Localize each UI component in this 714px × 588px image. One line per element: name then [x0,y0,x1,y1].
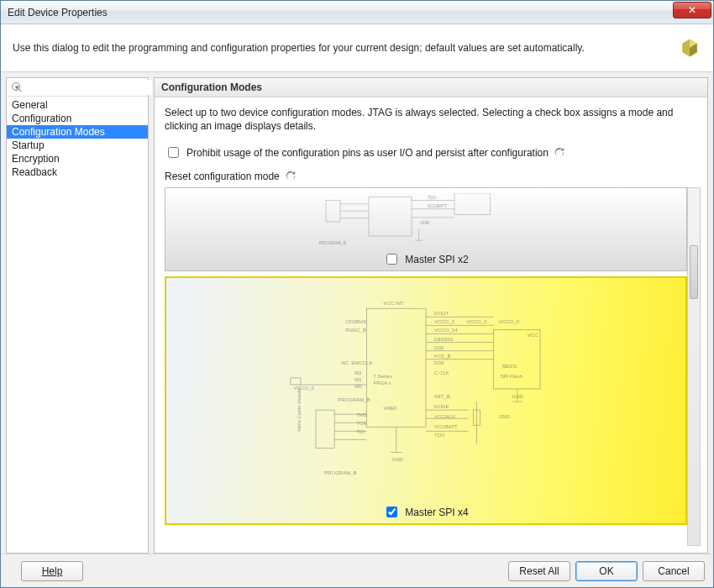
svg-text:INIT_B: INIT_B [434,394,450,399]
svg-text:D03: D03 [434,360,444,365]
prohibit-label: Prohibit usage of the configuration pins… [186,147,549,159]
svg-text:TDI: TDI [356,430,365,435]
window-title: Edit Device Properties [8,7,673,18]
svg-text:7 Series: 7 Series [374,374,392,379]
svg-text:VREF: VREF [384,407,397,412]
svg-rect-20 [316,411,334,449]
svg-text:M1: M1 [354,377,362,382]
mode-label: Master SPI x4 [405,507,468,518]
svg-text:PROGRAM_B: PROGRAM_B [324,470,357,475]
sidebar-item-configuration[interactable]: Configuration [7,112,148,125]
svg-text:M2: M2 [354,370,362,375]
svg-text:EMCCLK: EMCCLK [351,360,372,365]
mode-checkbox-master-spi-x4[interactable] [386,507,397,517]
cancel-button[interactable]: Cancel [643,561,705,581]
sidebar-item-encryption[interactable]: Encryption [7,152,148,165]
svg-text:NC: NC [341,360,349,365]
svg-text:FCS_B: FCS_B [434,354,450,359]
svg-text:DONE: DONE [434,405,449,410]
mode-checkbox-master-spi-x2[interactable] [386,254,397,265]
mode-card-master-spi-x4[interactable]: VCC INT DOUT CFGBVS VCCO_0VCCO_0VCCO_0 P… [165,276,687,525]
svg-text:TCK: TCK [356,422,366,427]
svg-text:PROGRAM_B: PROGRAM_B [338,397,370,402]
scrollbar[interactable] [687,187,701,546]
svg-text:TDO: TDO [428,195,437,200]
sidebar-item-readback[interactable]: Readback [7,165,148,179]
refresh-icon[interactable] [554,147,565,159]
sidebar: ▾ General Configuration Configuration Mo… [6,77,149,554]
sidebar-item-general[interactable]: General [7,98,148,112]
mode-list: GND PROGRAM_B TDO VCCBATT Master SPI x2 [165,187,701,546]
svg-text:GND: GND [512,394,524,399]
reset-all-button[interactable]: Reset All [508,561,570,581]
sidebar-item-configuration-modes[interactable]: Configuration Modes [7,125,148,139]
svg-rect-19 [494,330,540,390]
refresh-icon[interactable] [285,171,297,182]
dialog-window: Edit Device Properties ✕ Use this dialog… [0,0,714,588]
reset-mode-label: Reset configuration mode [165,171,280,182]
dialog-body: ▾ General Configuration Configuration Mo… [1,72,713,554]
prohibit-row: Prohibit usage of the configuration pins… [155,138,707,171]
svg-text:VCCBATT: VCCBATT [428,203,447,208]
svg-text:RES'D: RES'D [502,364,518,369]
svg-text:VCCBATT: VCCBATT [434,425,458,430]
dialog-footer: Help Reset All OK Cancel [1,554,713,587]
svg-text:DIN/D01: DIN/D01 [434,337,454,342]
schematic-image: VCC INT DOUT CFGBVS VCCO_0VCCO_0VCCO_0 P… [171,283,680,503]
svg-rect-4 [326,201,340,223]
svg-text:D02: D02 [434,345,444,350]
scrollbar-thumb[interactable] [690,245,698,299]
svg-text:GND: GND [392,457,404,462]
info-bar: Use this dialog to edit the programming … [1,24,713,72]
help-button[interactable]: Help [21,561,83,581]
svg-rect-41 [291,378,301,385]
svg-text:VCCAUX: VCCAUX [434,415,455,420]
ok-button[interactable]: OK [575,561,638,581]
mode-label: Master SPI x2 [405,254,468,265]
svg-text:VCCO_14: VCCO_14 [434,328,458,333]
panel-title: Configuration Modes [155,78,707,97]
svg-rect-3 [369,197,412,237]
svg-text:CFGBVS: CFGBVS [345,320,366,325]
svg-text:VCCO_0: VCCO_0 [466,320,487,325]
mode-card-master-spi-x2[interactable]: GND PROGRAM_B TDO VCCBATT Master SPI x2 [165,187,687,271]
info-text: Use this dialog to edit the programming … [13,42,678,54]
panel-description: Select up to two device configuration mo… [155,97,707,138]
svg-text:TDO: TDO [434,433,445,438]
svg-text:SPI Flash: SPI Flash [501,374,522,379]
sidebar-nav: General Configuration Configuration Mode… [7,97,148,181]
titlebar[interactable]: Edit Device Properties ✕ [1,1,713,24]
sidebar-item-startup[interactable]: Startup [7,139,148,152]
svg-text:DOUT: DOUT [434,312,449,317]
svg-text:Xilinx Cable Header: Xilinx Cable Header [297,387,302,432]
svg-text:GND: GND [499,415,511,420]
svg-text:C CLK: C CLK [434,370,449,375]
mode-caption: Master SPI x2 [165,251,686,267]
svg-text:PROGRAM_B: PROGRAM_B [319,241,347,246]
svg-rect-13 [454,193,491,215]
main-panel: Configuration Modes Select up to two dev… [154,77,708,554]
svg-text:M0: M0 [354,384,362,389]
prohibit-checkbox[interactable] [168,147,179,158]
sidebar-search[interactable]: ▾ [7,78,148,97]
svg-text:VCCO_0: VCCO_0 [434,320,455,325]
svg-text:VCCO_0: VCCO_0 [499,320,520,325]
svg-text:VCC INT: VCC INT [384,302,404,307]
svg-text:GND: GND [420,221,430,226]
search-input[interactable] [23,80,152,95]
close-button[interactable]: ✕ [673,2,711,18]
svg-text:PUDC_B: PUDC_B [345,328,365,333]
svg-text:FPGA x: FPGA x [374,381,391,386]
app-logo-icon [678,36,701,60]
svg-text:TMS: TMS [356,413,367,418]
mode-caption: Master SPI x4 [166,504,685,520]
svg-text:VCC: VCC [528,333,538,339]
mode-scroll-viewport: GND PROGRAM_B TDO VCCBATT Master SPI x2 [165,187,687,546]
schematic-image: GND PROGRAM_B TDO VCCBATT [171,193,681,250]
reset-mode-row: Reset configuration mode [155,171,707,186]
